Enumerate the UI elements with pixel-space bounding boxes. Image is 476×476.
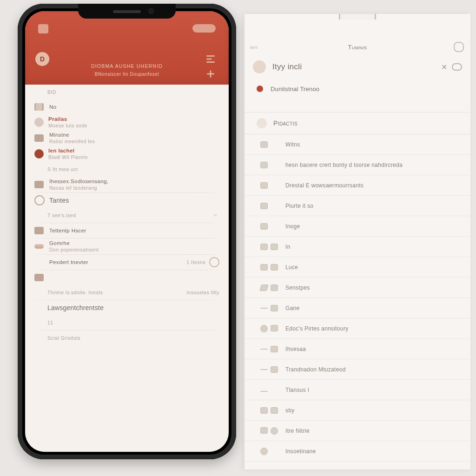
list-item[interactable]: PrailasMoese tuis sode bbox=[25, 114, 229, 130]
panel-list-item[interactable]: Insoetinane bbox=[245, 441, 470, 462]
item-subtitle: Don poperensatisent bbox=[49, 247, 99, 252]
item-glyph-icon bbox=[260, 141, 279, 148]
square-icon bbox=[34, 274, 44, 281]
outline-dot-icon bbox=[34, 195, 45, 205]
list-item[interactable]: GomrheDon poperensatisent bbox=[25, 238, 229, 254]
bars-icon bbox=[34, 103, 44, 111]
panel-row-avatar-icon bbox=[253, 60, 266, 73]
panel-list-item[interactable]: sby bbox=[245, 400, 470, 421]
square-icon bbox=[34, 134, 44, 142]
phone-notch bbox=[78, 4, 176, 19]
panel-primary-row[interactable]: Ityy incli ✕ bbox=[245, 54, 470, 79]
close-icon[interactable]: ✕ bbox=[441, 63, 447, 72]
trailing-circle-icon[interactable] bbox=[209, 257, 219, 267]
main-list[interactable]: BIDNoPrailasMoese tuis sodeMinstneRatisi… bbox=[25, 85, 229, 452]
panel-list-item[interactable]: Tlansus I bbox=[245, 380, 470, 400]
panel-list-item[interactable]: Drestal E wowsaermourrsants bbox=[245, 175, 470, 196]
panel-section-header[interactable]: Pidactis bbox=[245, 112, 470, 134]
item-glyph-icon bbox=[260, 325, 279, 332]
list-item: 11 bbox=[25, 315, 229, 330]
panel-list-item[interactable]: Witns bbox=[245, 134, 470, 155]
list-label: 11 bbox=[34, 320, 53, 325]
panel-item-label: Inoge bbox=[285, 223, 300, 230]
panel-list-item[interactable]: hesn bacere crert bonty d loorse nahdirc… bbox=[245, 155, 470, 175]
red-dot-icon bbox=[34, 149, 44, 159]
list-item[interactable]: Tantes bbox=[25, 193, 229, 208]
chevron-down-icon bbox=[211, 211, 219, 219]
panel-item-label: Itre Nitrie bbox=[285, 428, 310, 434]
item-glyph-icon bbox=[260, 427, 279, 435]
list-trailing-label: insoustes tlity bbox=[186, 290, 219, 295]
item-glyph-icon bbox=[260, 366, 279, 373]
panel-list-item[interactable]: Ihsesaa bbox=[245, 339, 470, 359]
list-item[interactable]: No bbox=[25, 99, 229, 114]
list-label: T see's.ised bbox=[34, 212, 76, 218]
header-action-icon[interactable] bbox=[205, 53, 217, 65]
list-item[interactable]: Ihessex.Sodlosensang,Nsoas lef tsoderang bbox=[25, 177, 229, 192]
phone-frame: D DIOBMA AUSHE UHERNID BNonsiscer lin Do… bbox=[18, 4, 236, 459]
header-subtitle: BNonsiscer lin Doupanfesel bbox=[58, 72, 196, 77]
panel-sub-row[interactable]: Dunitstnal Trenoo bbox=[245, 79, 470, 98]
item-title: Minstne bbox=[49, 132, 95, 138]
list-item: T see's.ised bbox=[25, 208, 229, 223]
panel-list-item[interactable]: Trandnadon Mtuzateod bbox=[245, 359, 470, 380]
panel-item-label: Drestal E wowsaermourrsants bbox=[285, 182, 364, 189]
item-title: Tantes bbox=[49, 197, 69, 204]
panel-list-item[interactable]: Inoge bbox=[245, 216, 470, 237]
item-title: Pexdert tnevter bbox=[49, 259, 88, 265]
list-item[interactable]: MinstneRatisi meenifed les bbox=[25, 130, 229, 146]
list-item: BID bbox=[25, 85, 229, 99]
item-title: Gomrhe bbox=[49, 240, 99, 246]
item-glyph-icon bbox=[260, 264, 279, 271]
item-subtitle: Ratisi meenifed les bbox=[49, 139, 95, 144]
panel-list-item[interactable]: Senstpes bbox=[245, 278, 470, 298]
phone-screen: D DIOBMA AUSHE UHERNID BNonsiscer lin Do… bbox=[25, 11, 229, 452]
header-title: DIOBMA AUSHE UHERNID bbox=[58, 63, 196, 69]
square-icon bbox=[34, 227, 44, 234]
panel-item-label: Tlansus I bbox=[285, 387, 309, 393]
panel-list-item[interactable]: Edoc's Pirtes annsitoury bbox=[245, 318, 470, 339]
item-glyph-icon bbox=[260, 388, 279, 392]
item-subtitle: Nsoas lef tsoderang bbox=[49, 185, 108, 191]
list-item[interactable]: Pexdert tnevter1 Itesns bbox=[25, 255, 229, 270]
item-glyph-icon bbox=[260, 346, 279, 352]
panel-item-label: hesn bacere crert bonty d loorse nahdirc… bbox=[285, 162, 403, 168]
avatar-badge[interactable]: D bbox=[35, 52, 49, 66]
toggle-icon[interactable] bbox=[452, 63, 462, 71]
panel-item-label: Piurte it so bbox=[285, 203, 313, 209]
item-glyph-icon bbox=[260, 407, 279, 414]
panel-item-label: Trandnadon Mtuzateod bbox=[285, 366, 346, 373]
item-subtitle: Moese tuis sode bbox=[48, 123, 87, 128]
panel-item-label: sby bbox=[285, 407, 295, 414]
item-title: No bbox=[49, 104, 57, 110]
item-subtitle: Bladl Wil Planrin bbox=[48, 154, 88, 160]
square-icon bbox=[34, 181, 44, 188]
panel-header-action-icon[interactable] bbox=[454, 42, 464, 52]
list-item[interactable] bbox=[25, 270, 229, 285]
item-glyph-icon bbox=[260, 305, 279, 311]
header-secondary-icon[interactable] bbox=[205, 68, 217, 80]
panel-list-item[interactable]: Gane bbox=[245, 298, 470, 318]
item-glyph-icon bbox=[260, 284, 279, 291]
dot-icon bbox=[34, 118, 44, 127]
side-panel: tert Tuwnis Ityy incli ✕ Dunitstnal Tren… bbox=[245, 14, 470, 469]
item-glyph-icon bbox=[260, 223, 279, 230]
item-glyph-icon bbox=[260, 203, 279, 209]
list-label: Thrime ls.sdoile. Innsts bbox=[34, 290, 103, 295]
panel-item-label: Gane bbox=[285, 305, 300, 311]
panel-item-label: Edoc's Pirtes annsitoury bbox=[285, 325, 349, 332]
panel-list-item[interactable]: Luce bbox=[245, 257, 470, 278]
item-title: Ihessex.Sodlosensang, bbox=[49, 178, 108, 184]
panel-list[interactable]: Witnshesn bacere crert bonty d loorse na… bbox=[245, 134, 470, 462]
status-bar-left-icon bbox=[38, 24, 48, 33]
panel-list-item[interactable]: Piurte it so bbox=[245, 196, 470, 216]
wave-icon bbox=[34, 244, 44, 249]
list-item[interactable]: Ien IachelBladl Wil Planrin bbox=[25, 146, 229, 162]
panel-list-item[interactable]: In bbox=[245, 237, 470, 257]
section-title: Pidactis bbox=[273, 119, 298, 127]
panel-item-label: Witns bbox=[285, 141, 300, 148]
panel-list-item[interactable]: Itre Nitrie bbox=[245, 421, 470, 441]
list-label: Scist Grisitols bbox=[34, 335, 80, 341]
panel-header-left-label: tert bbox=[250, 45, 258, 50]
list-item[interactable]: Tettentp Hscer bbox=[25, 223, 229, 238]
